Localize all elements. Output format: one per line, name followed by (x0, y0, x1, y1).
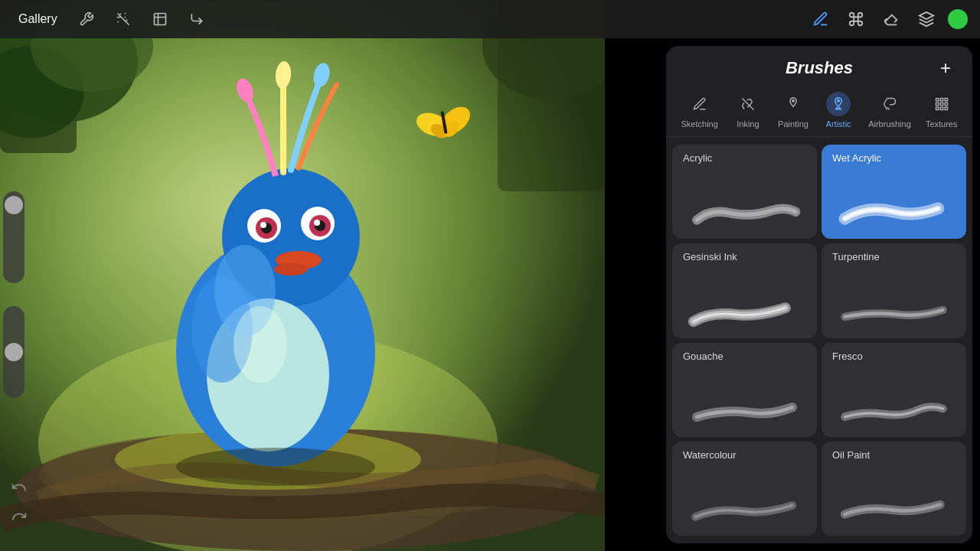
category-tab-painting[interactable]: Painting (772, 89, 815, 132)
textures-label: Textures (926, 119, 958, 129)
undo-button[interactable] (8, 476, 31, 499)
svg-rect-47 (936, 107, 938, 109)
brush-stroke-gesinski-ink (683, 294, 806, 332)
brush-stroke-acrylic (683, 194, 806, 233)
brush-item-fresco[interactable]: Fresco (822, 343, 966, 437)
brush-tool-button[interactable] (842, 5, 870, 33)
brush-name-acrylic: Acrylic (683, 152, 806, 164)
canvas-area[interactable] (0, 0, 605, 551)
brush-name-wet-acrylic: Wet Acrylic (832, 152, 956, 164)
airbrushing-label: Airbrushing (868, 119, 911, 129)
svg-point-22 (314, 220, 320, 226)
size-slider[interactable] (3, 191, 24, 283)
brush-name-turpentine: Turpentine (832, 251, 956, 262)
painting-label: Painting (778, 119, 808, 129)
category-tab-artistic[interactable]: Artistic (817, 89, 860, 132)
brush-name-gesinski-ink: Gesinski Ink (683, 251, 806, 262)
brush-stroke-watercolour (683, 491, 806, 530)
brush-name-gouache: Gouache (683, 350, 806, 362)
textures-icon (929, 92, 954, 116)
magic-wand-button[interactable] (109, 5, 137, 33)
category-tab-inking[interactable]: Inking (727, 89, 769, 132)
artistic-label: Artistic (826, 119, 851, 129)
layers-button[interactable] (913, 5, 940, 33)
brushes-panel: Brushes + Sketching Inking (666, 46, 972, 543)
brush-list: Acrylic Wet Acrylic Gesinski Ink (666, 137, 972, 543)
svg-rect-43 (945, 99, 947, 101)
arrow-button[interactable] (183, 5, 211, 33)
svg-point-39 (792, 100, 795, 103)
add-brush-button[interactable]: + (934, 57, 957, 80)
toolbar: Gallery (0, 0, 980, 38)
wrench-tool-button[interactable] (73, 5, 100, 33)
painting-icon (781, 92, 805, 116)
airbrushing-icon (877, 92, 902, 116)
svg-marker-38 (920, 12, 933, 19)
brush-categories: Sketching Inking Painting (666, 84, 972, 137)
svg-point-24 (274, 263, 308, 276)
svg-rect-44 (936, 103, 938, 105)
sketching-label: Sketching (681, 119, 718, 129)
brush-item-gesinski-ink[interactable]: Gesinski Ink (672, 243, 817, 337)
brush-name-watercolour: Watercolour (683, 449, 806, 461)
category-tab-sketching[interactable]: Sketching (675, 89, 724, 132)
brushes-header: Brushes + (666, 46, 972, 84)
svg-rect-48 (940, 107, 942, 109)
opacity-slider[interactable] (3, 306, 24, 398)
brush-stroke-gouache (683, 393, 806, 431)
category-tab-textures[interactable]: Textures (920, 89, 964, 132)
inking-icon (736, 92, 760, 116)
brush-name-fresco: Fresco (832, 350, 956, 362)
svg-point-36 (176, 448, 375, 486)
right-toolbar (807, 5, 968, 33)
brush-item-gouache[interactable]: Gouache (672, 343, 817, 437)
undo-redo-controls (8, 476, 31, 528)
category-tab-airbrushing[interactable]: Airbrushing (862, 89, 917, 132)
svg-rect-42 (940, 99, 942, 101)
svg-rect-45 (940, 103, 942, 105)
inking-label: Inking (737, 119, 759, 129)
brush-stroke-turpentine (832, 294, 956, 332)
brush-item-wet-acrylic[interactable]: Wet Acrylic (822, 145, 966, 239)
brush-item-acrylic[interactable]: Acrylic (672, 145, 817, 239)
brushes-title: Brushes (704, 58, 934, 78)
svg-rect-49 (945, 107, 947, 109)
brush-stroke-oil-paint (832, 491, 956, 530)
pencil-tool-button[interactable] (807, 5, 835, 33)
sketching-icon (688, 92, 712, 116)
eraser-tool-button[interactable] (877, 5, 905, 33)
brush-stroke-fresco (832, 393, 956, 431)
svg-point-30 (234, 306, 287, 383)
svg-rect-46 (945, 103, 947, 105)
brush-item-turpentine[interactable]: Turpentine (822, 243, 966, 337)
redo-button[interactable] (8, 505, 31, 528)
artistic-icon (826, 92, 851, 116)
svg-rect-41 (936, 99, 938, 101)
color-button[interactable] (948, 9, 968, 29)
smudge-button[interactable] (146, 5, 174, 33)
svg-line-37 (117, 14, 129, 25)
left-sidebar (0, 38, 28, 551)
brush-stroke-wet-acrylic (832, 194, 956, 233)
svg-point-40 (838, 100, 840, 103)
svg-point-18 (260, 222, 266, 228)
gallery-button[interactable]: Gallery (12, 9, 64, 29)
brush-item-watercolour[interactable]: Watercolour (672, 442, 817, 536)
brush-item-oil-paint[interactable]: Oil Paint (822, 442, 966, 536)
brush-name-oil-paint: Oil Paint (832, 449, 956, 461)
